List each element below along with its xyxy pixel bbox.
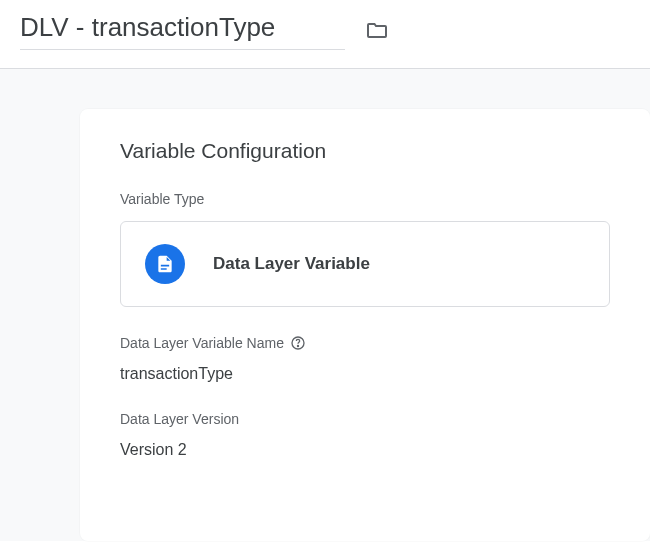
help-icon[interactable] <box>290 335 306 351</box>
content-area: Variable Configuration Variable Type Dat… <box>0 69 650 541</box>
svg-point-1 <box>297 345 298 346</box>
variable-name-label: Data Layer Variable Name <box>120 335 610 351</box>
data-layer-icon <box>145 244 185 284</box>
data-layer-version-label: Data Layer Version <box>120 411 610 427</box>
config-card: Variable Configuration Variable Type Dat… <box>80 109 650 541</box>
variable-type-name: Data Layer Variable <box>213 254 370 274</box>
variable-name-label-text: Data Layer Variable Name <box>120 335 284 351</box>
data-layer-version-value: Version 2 <box>120 441 610 459</box>
folder-icon[interactable] <box>365 18 389 42</box>
variable-name-value: transactionType <box>120 365 610 383</box>
page-header <box>0 0 650 68</box>
variable-title-input[interactable] <box>20 10 345 50</box>
section-heading: Variable Configuration <box>120 139 610 163</box>
variable-type-label: Variable Type <box>120 191 610 207</box>
variable-type-selector[interactable]: Data Layer Variable <box>120 221 610 307</box>
